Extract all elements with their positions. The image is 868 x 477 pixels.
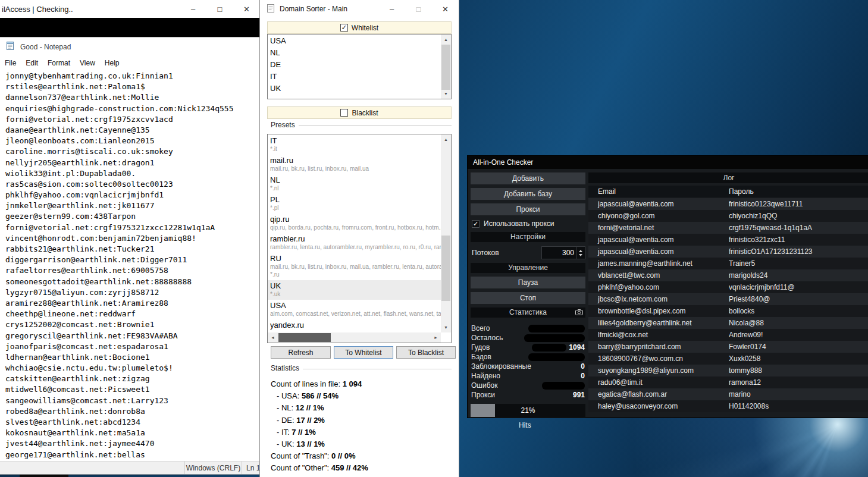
add-base-button[interactable]: Добавить базу [471,188,585,200]
log-row[interactable]: phklhf@yahoo.comvqnlacicrjmjbnfd11@ [588,281,868,293]
log-row[interactable]: radu06@tim.itramona12 [588,376,868,388]
checker-titlebar[interactable]: All-in-One Checker [468,156,868,169]
scrollbar-thumb[interactable] [441,45,450,90]
whitelist-item[interactable]: USA [268,35,441,47]
to-whitelist-button[interactable]: To Whitelist [334,346,393,359]
camera-icon[interactable] [575,309,583,315]
threads-row: Потоков 300 [471,246,585,260]
whitelist-item[interactable]: UK [268,83,441,95]
whitelist-scrollbar[interactable] [441,34,451,99]
preset-item[interactable]: mail.rumail.ru, bk.ru, list.ru, inbox.ru… [268,155,441,174]
checker-stat-number: 0 [581,372,585,380]
proxy-button[interactable]: Прокси [471,203,585,215]
domain-sorter-window: Domain Sorter - Main – □ ✕ Whitelist USA… [260,0,459,477]
ilaccess-window-controls: – □ ✕ [180,0,260,18]
notepad-line: dannelson737@earthlink.net:Mollie [5,92,260,103]
preset-item[interactable]: rambler.rurambler.ru, lenta.ru, autoramb… [268,233,441,253]
add-button[interactable]: Добавить [471,172,585,184]
log-row[interactable]: japascual@aventia.comfrinistico0123qwe11… [588,198,868,210]
minimize-icon[interactable]: – [378,0,405,18]
preset-item[interactable]: RUmail.ru, bk.ru, list.ru, inbox.ru, mai… [268,253,441,280]
log-row[interactable]: brownbottle@dsl.pipex.combollocks [588,305,868,317]
checker-stat-value [524,334,585,342]
presets-vscrollbar[interactable] [441,134,451,332]
close-icon[interactable]: ✕ [432,0,459,18]
maximize-icon[interactable]: □ [405,0,432,18]
preset-item[interactable]: qip.ruqip.ru, borda.ru, pochta.ru, fromr… [268,214,441,233]
preset-item[interactable]: PL*.pl [268,194,441,214]
presets-listbox[interactable]: IT*.itmail.rumail.ru, bk.ru, list.ru, in… [267,134,452,343]
notepad-title: Good - Notepad [20,43,71,51]
notepad-line: diggergarrison@earthlink.net:Digger7011 [5,255,260,265]
log-row[interactable]: egatica@flash.com.armarino [588,388,868,400]
threads-value[interactable]: 300 [542,247,576,259]
log-row[interactable]: jbcsc@ix.netcom.comPriest4840@ [588,293,868,305]
preset-item[interactable]: UK*.uk [268,280,441,300]
menu-edit[interactable]: Edit [21,59,43,67]
close-icon[interactable]: ✕ [233,0,260,18]
menu-view[interactable]: View [75,59,100,67]
spinner-arrows-icon[interactable] [576,247,585,259]
refresh-button[interactable]: Refresh [271,346,331,359]
preset-item[interactable]: NL*.nl [268,174,441,194]
menu-help[interactable]: Help [100,59,124,67]
presets-hscrollbar[interactable] [268,332,441,343]
statistics-line-label: Count of lines in file: [271,379,343,388]
whitelist-checkbox[interactable] [340,24,348,32]
scroll-up-icon[interactable] [441,34,451,45]
log-row[interactable]: vblancett@twc.commarigolds24 [588,269,868,281]
blacklist-checkbox[interactable] [340,109,348,117]
threads-spinner[interactable]: 300 [541,246,585,259]
use-proxy-checkbox[interactable] [472,220,480,228]
log-row[interactable]: 18608900767@wo.com.cnXuxk0258 [588,353,868,365]
scroll-right-icon[interactable] [431,332,441,343]
log-row[interactable]: james.manning@earthlink.netTrainer5 [588,258,868,269]
log-row[interactable]: barry@barrypritchard.comFowler0174 [588,341,868,353]
ilaccess-titlebar[interactable]: ilAccess | Checking.. – □ ✕ [0,0,260,18]
notepad-line: geezer@stern99.com:438Tarpon [5,211,260,222]
log-row[interactable]: japascual@aventia.comfrinisticO1A1712312… [588,246,868,258]
statistics-line: - IT: 7 // 1% [271,426,368,438]
minimize-icon[interactable]: – [180,0,206,18]
preset-item[interactable]: USAaim.com, comcast.net, verizon.net, at… [268,300,441,319]
log-row[interactable]: lfmicki@cox.netAndrew09! [588,329,868,341]
to-blacklist-button[interactable]: To Blacklist [396,346,456,359]
hscrollbar-thumb[interactable] [278,333,331,342]
preset-name: RU [270,254,441,263]
menu-format[interactable]: Format [43,59,75,67]
pause-button[interactable]: Пауза [471,277,585,288]
checker-stat-row: Гудов1094 [471,343,585,352]
domain-sorter-title: Domain Sorter - Main [280,5,374,13]
scroll-left-icon[interactable] [268,332,278,343]
domain-sorter-titlebar[interactable]: Domain Sorter - Main – □ ✕ [260,0,459,18]
scroll-down-icon[interactable] [441,322,451,332]
scroll-up-icon[interactable] [441,134,451,145]
log-row[interactable]: japascual@aventia.comfrinistico321zxc11 [588,234,868,246]
notepad-text[interactable]: jonny@tybenhamtrading.co.uk:Finnian1rsti… [0,69,260,461]
whitelist-item[interactable]: IT [268,71,441,83]
scroll-down-icon[interactable] [441,89,451,99]
use-proxy-row[interactable]: Использовать прокси [471,219,585,228]
preset-item[interactable]: yandex.ru [268,319,441,331]
preset-name: IT [270,136,441,145]
notepad-line: ldhernan@earthlink.net:Bocione1 [5,352,260,363]
stop-button[interactable]: Стоп [471,292,585,304]
log-row[interactable]: forni@vetorial.netcrgf1975qweasd-1q1q1aA [588,222,868,234]
statistics-line: - DE: 17 // 2% [271,415,368,426]
notepad-line: slvest@earthlink.net:abcd1234 [5,417,260,428]
whitelist-item[interactable]: DE [268,59,441,71]
status-encoding: Windows (CRLF) [184,462,242,474]
whitelist-item[interactable]: NL [268,47,441,59]
maximize-icon[interactable]: □ [206,0,233,18]
preset-name: USA [270,301,441,310]
log-row[interactable]: chiyono@gol.comchiyochiz1qQQ [588,210,868,222]
log-row[interactable]: suyongkang1989@aliyun.comtommy888 [588,365,868,376]
preset-item[interactable]: IT*.it [268,135,441,155]
log-row[interactable]: haley@usaconveyor.comH01142008s [588,400,868,412]
whitelist-listbox[interactable]: USANLDEITUK [267,34,452,99]
scrollbar-thumb[interactable] [441,236,450,301]
notepad-titlebar[interactable]: Good - Notepad [0,37,260,57]
log-row[interactable]: lilies4goldberry@earthlink.netNicola@88 [588,317,868,329]
statistics-line: - USA: 586 // 54% [271,390,368,402]
menu-file[interactable]: File [0,59,21,67]
